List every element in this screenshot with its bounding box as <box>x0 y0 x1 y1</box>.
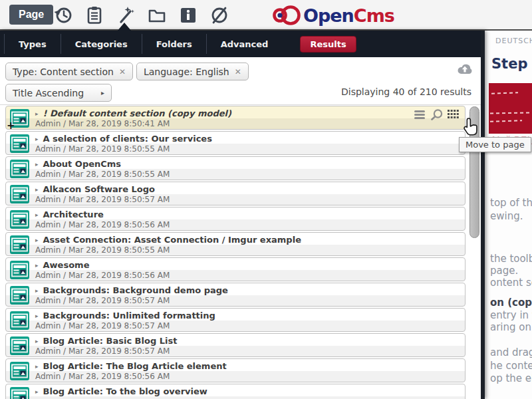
list-item[interactable]: + ▸! Default content section (copy model… <box>5 106 466 130</box>
list-item[interactable]: ▸Backgrounds: Background demo page Admin… <box>5 283 466 307</box>
background-text: ewing. <box>490 210 523 222</box>
background-text: ontent sect <box>490 277 532 289</box>
list-item[interactable]: ▸Backgrounds: Unlimited formatting Admin… <box>5 308 466 332</box>
tab-types[interactable]: Types <box>4 34 61 54</box>
item-title: Blog Article: To the blog overview <box>43 386 207 396</box>
item-meta: Admin / Mar 28, 2019 8:50:55 AM <box>35 170 170 179</box>
filter-chip-label: Language: English <box>144 66 229 77</box>
item-title: ! Default content section (copy model) <box>43 108 231 118</box>
dialog-tabbar: Types Categories Folders Advanced Result… <box>0 31 481 57</box>
history-icon[interactable] <box>52 4 74 26</box>
item-meta-row: Admin / Mar 28, 2019 8:50:56 AM <box>6 371 465 382</box>
opencms-page: DEUTSCH Step 1: AL ˅ RELI top of the ewi… <box>0 0 532 399</box>
item-meta: Admin / Mar 28, 2019 8:50:57 AM <box>35 296 170 305</box>
tab-results[interactable]: Results <box>300 36 356 53</box>
filter-chip-type[interactable]: Type: Content section ✕ <box>5 63 133 80</box>
expand-caret-icon[interactable]: ▸ <box>35 237 39 243</box>
info-icon[interactable] <box>177 4 199 26</box>
expand-caret-icon[interactable]: ▸ <box>35 338 39 344</box>
panel-anchor-caret <box>117 23 132 31</box>
item-meta-row: Admin / Mar 28, 2019 8:50:55 AM <box>6 144 465 154</box>
item-title: About OpenCms <box>43 159 122 169</box>
item-meta: Admin / Mar 28, 2019 8:50:55 AM <box>35 144 170 154</box>
tab-advanced[interactable]: Advanced <box>206 34 283 54</box>
expand-caret-icon[interactable]: ▸ <box>35 110 39 117</box>
background-red-banner <box>489 83 532 134</box>
expand-caret-icon[interactable]: ▸ <box>35 186 39 193</box>
clipboard-icon[interactable] <box>83 4 105 26</box>
expand-caret-icon[interactable]: ▸ <box>35 363 39 370</box>
item-meta: Admin / Mar 28, 2019 8:50:56 AM <box>35 220 170 229</box>
expand-caret-icon[interactable]: ▸ <box>35 136 39 142</box>
item-meta-row: Admin / Mar 28, 2019 8:50:41 AM <box>6 118 465 129</box>
expand-caret-icon[interactable]: ▸ <box>35 287 39 294</box>
expand-caret-icon[interactable]: ▸ <box>35 262 39 269</box>
item-meta-row: Admin / Mar 28, 2019 8:50:57 AM <box>6 295 465 306</box>
item-meta-row: Admin / Mar 28, 2019 8:50:55 AM <box>6 245 465 255</box>
item-meta-row: Admin / Mar 28, 2019 8:50:57 AM <box>6 194 465 205</box>
add-content-dialog: Types Categories Folders Advanced Result… <box>0 31 485 399</box>
opencms-logo: OpenCms <box>271 3 394 28</box>
item-title: Backgrounds: Background demo page <box>43 285 228 295</box>
item-meta: Admin / Mar 28, 2019 8:50:57 AM <box>35 346 170 356</box>
list-item[interactable]: ▸About OpenCms Admin / Mar 28, 2019 8:50… <box>5 156 466 180</box>
expand-caret-icon[interactable]: ▸ <box>35 211 39 218</box>
remove-filter-icon[interactable]: ✕ <box>119 67 126 76</box>
list-item[interactable]: ▸Blog Article: The Blog Article element … <box>5 358 466 382</box>
item-title: Architecture <box>43 209 104 219</box>
results-list: + ▸! Default content section (copy model… <box>0 106 468 399</box>
background-text: he conten <box>490 360 532 372</box>
item-title: Backgrounds: Unlimited formatting <box>43 311 215 321</box>
background-text: top of the <box>490 197 532 209</box>
item-meta-row: Admin / Mar 28, 2019 8:50:57 AM <box>6 346 465 356</box>
expand-caret-icon[interactable]: ▸ <box>35 161 39 168</box>
item-title: Awesome <box>43 260 90 270</box>
banner-squiggle <box>490 112 530 114</box>
background-text: aring on th <box>490 321 532 333</box>
sort-select[interactable]: Title Ascending ▸ <box>5 84 112 102</box>
edit-toolbar: Page <box>0 0 532 31</box>
sort-select-value: Title Ascending <box>13 88 84 98</box>
remove-filter-icon[interactable]: ✕ <box>235 67 241 76</box>
background-text: page. <box>490 265 518 277</box>
background-step-heading: Step 1: <box>491 56 532 72</box>
item-meta-row <box>6 396 465 399</box>
item-meta: Admin / Mar 28, 2019 8:50:56 AM <box>35 271 170 280</box>
list-item[interactable]: ▸Blog Article: To the blog overview <box>5 384 466 399</box>
chevron-right-icon: ▸ <box>101 89 104 96</box>
item-meta-row: Admin / Mar 28, 2019 8:50:56 AM <box>6 270 465 281</box>
item-meta: Admin / Mar 28, 2019 8:50:41 AM <box>35 119 170 128</box>
tab-categories[interactable]: Categories <box>61 34 142 54</box>
item-meta: Admin / Mar 28, 2019 8:50:56 AM <box>35 372 170 381</box>
expand-caret-icon[interactable]: ▸ <box>35 313 39 319</box>
list-item[interactable]: ▸Asset Connection: Asset Connection / Im… <box>5 232 466 256</box>
background-text: op the ele <box>490 372 532 384</box>
item-title: Blog Article: Basic Blog List <box>43 336 178 346</box>
page-button[interactable]: Page <box>9 5 53 25</box>
list-item[interactable]: ▸A selection of clients: Our services Ad… <box>5 131 466 155</box>
item-title: A selection of clients: Our services <box>43 134 212 144</box>
filter-chip-language[interactable]: Language: English ✕ <box>136 63 249 80</box>
filter-chip-label: Type: Content section <box>13 66 114 77</box>
folder-icon[interactable] <box>146 4 168 26</box>
list-item[interactable]: ▸Architecture Admin / Mar 28, 2019 8:50:… <box>5 207 466 231</box>
item-title: Asset Connection: Asset Connection / Img… <box>43 235 301 245</box>
tab-folders[interactable]: Folders <box>142 34 206 54</box>
list-item[interactable]: ▸Blog Article: Basic Blog List Admin / M… <box>5 333 466 357</box>
scrollbar-thumb[interactable] <box>469 106 479 238</box>
tooltip: Move to page <box>459 137 531 152</box>
background-language-switch: DEUTSCH <box>495 37 532 45</box>
upload-icon[interactable] <box>456 61 474 77</box>
opencms-logo-text: OpenCms <box>303 5 394 26</box>
item-meta-row: Admin / Mar 28, 2019 8:50:56 AM <box>6 219 465 230</box>
item-title: Blog Article: The Blog Article element <box>43 361 227 371</box>
background-text: and drag <box>490 346 532 358</box>
hide-helpers-icon[interactable] <box>208 4 230 26</box>
item-meta-row: Admin / Mar 28, 2019 8:50:55 AM <box>6 169 465 180</box>
result-count: Displaying 40 of 210 results <box>341 86 471 97</box>
list-item[interactable]: ▸Alkacon Software Logo Admin / Mar 28, 2… <box>5 182 466 205</box>
list-item[interactable]: ▸Awesome Admin / Mar 28, 2019 8:50:56 AM <box>5 257 466 281</box>
expand-caret-icon[interactable]: ▸ <box>35 388 39 395</box>
item-meta: Admin / Mar 28, 2019 8:50:55 AM <box>35 245 170 255</box>
background-text: on (copy m <box>490 297 532 309</box>
